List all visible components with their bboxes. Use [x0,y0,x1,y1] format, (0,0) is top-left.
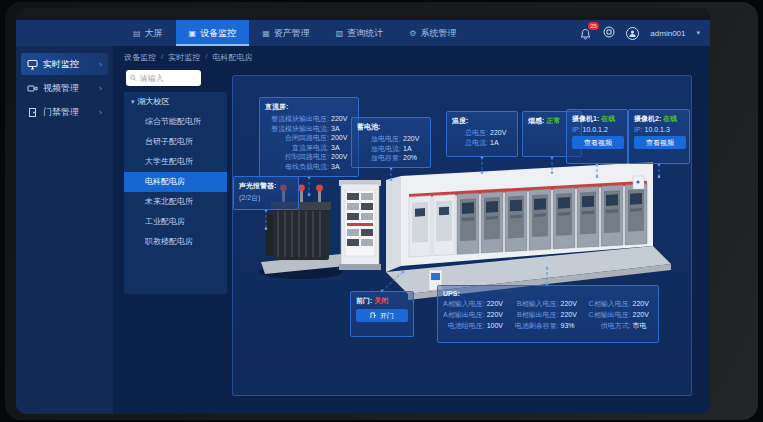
tab-label: 大屏 [145,27,163,40]
tab-label: 系统管理 [420,27,456,40]
metric-label: 整流模块输出电压: [265,114,329,124]
tree-item[interactable]: 工业配电房 [124,212,227,232]
tab-label: 查询统计 [347,27,383,40]
metric-label: 整流模块输出电流: [265,124,329,134]
chart-icon: ▧ [336,29,344,38]
metric-value: 220V [487,299,509,308]
metric-value: 20% [403,153,425,163]
notification-bell-icon[interactable]: 25 [579,27,592,40]
breadcrumb: 设备监控 / 实时监控 / 电科配电房 [124,52,252,63]
tab-dashboard[interactable]: ▤ 大屏 [120,20,176,46]
tab-device-monitoring[interactable]: ▣ 设备监控 [176,20,250,46]
tree-search-input[interactable] [140,74,197,83]
breadcrumb-item[interactable]: 设备监控 [124,52,156,63]
dc-panel-callout: 直流屏: 整流模块输出电压:220V 整流模块输出电流:3A 合闸回路电压:20… [259,97,359,177]
sidebar-item-label: 实时监控 [43,58,79,71]
tree-item[interactable]: 未来北配电所 [124,192,227,212]
metric-value: 3A [331,143,353,153]
metric-value: 220V [561,299,583,308]
open-door-button[interactable]: 开门 [356,309,408,322]
tab-asset-management[interactable]: ▦ 资产管理 [249,20,323,46]
temperature-callout: 温度: 总电压:220V 总电流:1A [446,111,518,157]
avatar[interactable] [626,27,639,40]
callout-title: 前门: 关闭 [356,296,408,306]
chevron-right-icon: › [99,60,102,69]
callout-title: 直流屏: [265,102,353,112]
tab-query-statistics[interactable]: ▧ 查询统计 [323,20,397,46]
content-area: 设备监控 / 实时监控 / 电科配电房 ▾湖大校区 综合节能配电所 台研子配电所… [113,46,710,414]
sidebar-item-realtime-monitoring[interactable]: 实时监控 › [21,53,108,75]
metric-label: 放电电压: [357,134,401,144]
tree-root-label: 湖大校区 [138,97,170,106]
sidebar-item-label: 视频管理 [43,82,79,95]
metric-label: A相输入电压: [443,299,485,308]
metric-value: 93% [561,321,583,330]
view-video-button[interactable]: 查看视频 [634,136,686,149]
monitor-icon: ▣ [189,29,197,38]
status-badge: 正常 [546,117,560,124]
camera-ip: IP: 10.0.1.2 [572,126,622,133]
door-open-icon [370,312,377,319]
metric-value: 市电 [633,321,655,330]
callout-title: 摄像机1: 在线 [572,114,622,124]
tree-item[interactable]: 台研子配电所 [124,132,227,152]
metric-value: 220V [403,134,425,144]
metric-label: 总电流: [452,138,488,148]
tab-label: 设备监控 [200,27,236,40]
metric-label: 烟感: [528,117,544,124]
metric-value: 220V [633,310,655,319]
username[interactable]: admin001 [650,29,685,38]
video-camera-icon [27,83,38,94]
metric-value: 200V [331,133,353,143]
screen-icon: ▤ [133,29,141,38]
sidebar-item-video-management[interactable]: 视频管理 › [21,77,108,99]
sidebar-item-access-control[interactable]: 门禁管理 › [21,101,108,123]
status-badge: 关闭 [374,297,388,304]
tree-root-node[interactable]: ▾湖大校区 [124,92,227,112]
topbar-actions: 25 admin001 ▾ [579,20,700,46]
metric-value: 3A [331,162,353,172]
caret-down-icon: ▾ [131,98,135,105]
breadcrumb-item[interactable]: 电科配电房 [212,52,252,63]
metric-value: 220V [490,128,512,138]
screen-frame: ▤ 大屏 ▣ 设备监控 ▦ 资产管理 ▧ 查询统计 ⚙ 系统管理 [5,2,758,420]
battery-cabinet [339,180,381,270]
breadcrumb-item[interactable]: 实时监控 [168,52,200,63]
door-icon [27,107,38,118]
metric-label: C相输入电压: [589,299,631,308]
camera-ip: IP: 10.0.1.3 [634,126,684,133]
fullscreen-icon[interactable] [603,24,615,42]
tree-item[interactable]: 大学生配电所 [124,152,227,172]
metric-label: C相输出电压: [589,310,631,319]
metric-label: 电池组电压: [443,321,485,330]
metric-label: 摄像机1: [572,115,599,122]
asset-icon: ▦ [262,29,270,38]
sound-light-alarm-callout: 声光报警器: (2/2台) [233,176,299,210]
chevron-down-icon: ▾ [696,29,700,37]
top-navigation: ▤ 大屏 ▣ 设备监控 ▦ 资产管理 ▧ 查询统计 ⚙ 系统管理 [16,20,710,46]
breadcrumb-separator: / [161,52,163,63]
metric-label: 合闸回路电压: [265,133,329,143]
notification-badge: 25 [588,22,600,30]
tree-item[interactable]: 综合节能配电所 [124,112,227,132]
tree-item-selected[interactable]: 电科配电房 [124,172,227,192]
search-icon [130,74,137,82]
breadcrumb-separator: / [205,52,207,63]
metric-label: B相输入电压: [515,299,559,308]
tab-system-management[interactable]: ⚙ 系统管理 [396,20,469,46]
metric-label: 前门: [356,297,372,304]
callout-title: UPS: [443,290,653,297]
view-video-button[interactable]: 查看视频 [572,136,624,149]
metric-label: 摄像机2: [634,115,661,122]
window-bezel [16,8,710,20]
sidebar-item-label: 门禁管理 [43,106,79,119]
metric-value: 100V [487,321,509,330]
alarm-count: (2/2台) [239,193,293,203]
metric-value: 220V [331,114,353,124]
ups-callout: UPS: A相输入电压:220V B相输入电压:220V C相输入电压:220V… [437,285,659,343]
room-visualization-panel: 直流屏: 整流模块输出电压:220V 整流模块输出电流:3A 合闸回路电压:20… [232,75,692,396]
monitor-icon [27,59,38,70]
tree-item[interactable]: 职教楼配电房 [124,232,227,252]
sidebar: 实时监控 › 视频管理 › 门禁管理 › [16,46,113,414]
metric-label: 总电压: [452,128,488,138]
